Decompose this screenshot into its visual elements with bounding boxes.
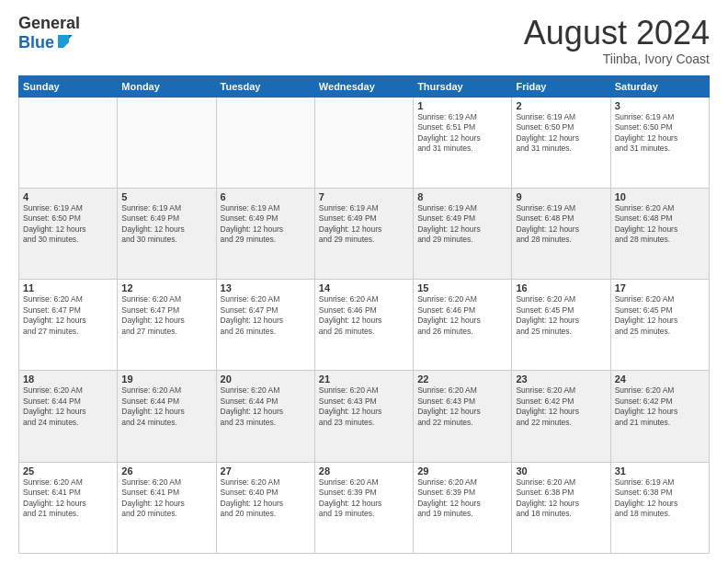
calendar-header-saturday: Saturday: [610, 75, 709, 97]
svg-marker-1: [58, 35, 69, 48]
calendar-cell: 4Sunrise: 6:19 AMSunset: 6:50 PMDaylight…: [19, 188, 118, 279]
day-number: 29: [417, 465, 507, 477]
day-number: 19: [121, 373, 211, 385]
calendar-cell: [216, 97, 314, 188]
calendar-cell: [118, 97, 216, 188]
day-info: Sunrise: 6:20 AMSunset: 6:39 PMDaylight:…: [417, 477, 507, 520]
calendar-header-thursday: Thursday: [414, 75, 512, 97]
logo-text: General Blue: [18, 15, 80, 53]
month-title: August 2024: [524, 15, 710, 52]
calendar-header-wednesday: Wednesday: [314, 75, 413, 97]
day-number: 25: [23, 465, 113, 477]
day-number: 13: [221, 282, 311, 293]
day-info: Sunrise: 6:20 AMSunset: 6:46 PMDaylight:…: [417, 294, 507, 337]
calendar-cell: [19, 97, 118, 188]
day-info: Sunrise: 6:19 AMSunset: 6:49 PMDaylight:…: [121, 203, 211, 246]
calendar-cell: 8Sunrise: 6:19 AMSunset: 6:49 PMDaylight…: [414, 188, 512, 279]
day-info: Sunrise: 6:19 AMSunset: 6:49 PMDaylight:…: [319, 203, 409, 246]
title-section: August 2024 Tiinba, Ivory Coast: [524, 15, 710, 66]
calendar-cell: 19Sunrise: 6:20 AMSunset: 6:44 PMDayligh…: [118, 371, 216, 462]
calendar-cell: 18Sunrise: 6:20 AMSunset: 6:44 PMDayligh…: [19, 371, 118, 462]
calendar-cell: 17Sunrise: 6:20 AMSunset: 6:45 PMDayligh…: [610, 280, 709, 371]
day-info: Sunrise: 6:19 AMSunset: 6:49 PMDaylight:…: [221, 203, 311, 246]
logo: General Blue: [18, 15, 80, 53]
calendar-cell: 25Sunrise: 6:20 AMSunset: 6:41 PMDayligh…: [19, 462, 118, 553]
day-info: Sunrise: 6:19 AMSunset: 6:50 PMDaylight:…: [23, 203, 113, 246]
day-info: Sunrise: 6:20 AMSunset: 6:43 PMDaylight:…: [319, 385, 409, 428]
day-info: Sunrise: 6:20 AMSunset: 6:47 PMDaylight:…: [23, 294, 113, 337]
calendar-cell: 28Sunrise: 6:20 AMSunset: 6:39 PMDayligh…: [314, 462, 413, 553]
day-info: Sunrise: 6:20 AMSunset: 6:39 PMDaylight:…: [319, 477, 409, 520]
calendar-cell: 16Sunrise: 6:20 AMSunset: 6:45 PMDayligh…: [512, 280, 610, 371]
day-number: 24: [615, 373, 705, 385]
calendar-cell: 9Sunrise: 6:19 AMSunset: 6:48 PMDaylight…: [512, 188, 610, 279]
calendar-header-sunday: Sunday: [19, 75, 118, 97]
day-number: 2: [516, 100, 606, 111]
calendar-header-row: SundayMondayTuesdayWednesdayThursdayFrid…: [19, 75, 710, 97]
calendar-cell: 29Sunrise: 6:20 AMSunset: 6:39 PMDayligh…: [414, 462, 512, 553]
calendar-week-row-3: 18Sunrise: 6:20 AMSunset: 6:44 PMDayligh…: [19, 371, 710, 462]
day-number: 7: [319, 191, 409, 202]
day-info: Sunrise: 6:20 AMSunset: 6:47 PMDaylight:…: [221, 294, 311, 337]
day-number: 17: [615, 282, 705, 293]
day-number: 10: [615, 191, 705, 202]
calendar-cell: 27Sunrise: 6:20 AMSunset: 6:40 PMDayligh…: [216, 462, 314, 553]
day-info: Sunrise: 6:20 AMSunset: 6:45 PMDaylight:…: [615, 294, 705, 337]
day-info: Sunrise: 6:20 AMSunset: 6:47 PMDaylight:…: [121, 294, 211, 337]
day-number: 20: [221, 373, 311, 385]
day-number: 21: [319, 373, 409, 385]
day-info: Sunrise: 6:20 AMSunset: 6:41 PMDaylight:…: [121, 477, 211, 520]
day-number: 28: [319, 465, 409, 477]
calendar-cell: 13Sunrise: 6:20 AMSunset: 6:47 PMDayligh…: [216, 280, 314, 371]
day-info: Sunrise: 6:19 AMSunset: 6:50 PMDaylight:…: [615, 112, 705, 155]
day-info: Sunrise: 6:19 AMSunset: 6:51 PMDaylight:…: [417, 112, 507, 155]
calendar-header-monday: Monday: [118, 75, 216, 97]
calendar-week-row-1: 4Sunrise: 6:19 AMSunset: 6:50 PMDaylight…: [19, 188, 710, 279]
calendar-cell: 26Sunrise: 6:20 AMSunset: 6:41 PMDayligh…: [118, 462, 216, 553]
day-number: 31: [615, 465, 705, 477]
day-number: 18: [23, 373, 113, 385]
day-number: 22: [417, 373, 507, 385]
svg-marker-2: [69, 35, 73, 39]
calendar-cell: 20Sunrise: 6:20 AMSunset: 6:44 PMDayligh…: [216, 371, 314, 462]
calendar-cell: 21Sunrise: 6:20 AMSunset: 6:43 PMDayligh…: [314, 371, 413, 462]
calendar-cell: 15Sunrise: 6:20 AMSunset: 6:46 PMDayligh…: [414, 280, 512, 371]
logo-icon: [56, 31, 73, 53]
calendar-cell: 10Sunrise: 6:20 AMSunset: 6:48 PMDayligh…: [610, 188, 709, 279]
day-number: 4: [23, 191, 113, 202]
calendar-week-row-4: 25Sunrise: 6:20 AMSunset: 6:41 PMDayligh…: [19, 462, 710, 553]
calendar-cell: 12Sunrise: 6:20 AMSunset: 6:47 PMDayligh…: [118, 280, 216, 371]
calendar-cell: [314, 97, 413, 188]
calendar-cell: 5Sunrise: 6:19 AMSunset: 6:49 PMDaylight…: [118, 188, 216, 279]
calendar-cell: 7Sunrise: 6:19 AMSunset: 6:49 PMDaylight…: [314, 188, 413, 279]
day-number: 11: [23, 282, 113, 293]
calendar-cell: 1Sunrise: 6:19 AMSunset: 6:51 PMDaylight…: [414, 97, 512, 188]
day-number: 3: [615, 100, 705, 111]
day-info: Sunrise: 6:20 AMSunset: 6:48 PMDaylight:…: [615, 203, 705, 246]
calendar-cell: 6Sunrise: 6:19 AMSunset: 6:49 PMDaylight…: [216, 188, 314, 279]
day-number: 6: [221, 191, 311, 202]
day-number: 26: [121, 465, 211, 477]
day-info: Sunrise: 6:20 AMSunset: 6:44 PMDaylight:…: [23, 385, 113, 428]
page: General Blue August 2024 Tiinba, Ivory C…: [0, 0, 728, 563]
day-info: Sunrise: 6:20 AMSunset: 6:42 PMDaylight:…: [615, 385, 705, 428]
calendar-header-tuesday: Tuesday: [216, 75, 314, 97]
calendar-cell: 3Sunrise: 6:19 AMSunset: 6:50 PMDaylight…: [610, 97, 709, 188]
calendar-cell: 22Sunrise: 6:20 AMSunset: 6:43 PMDayligh…: [414, 371, 512, 462]
day-number: 23: [516, 373, 606, 385]
location: Tiinba, Ivory Coast: [524, 52, 710, 66]
day-info: Sunrise: 6:19 AMSunset: 6:49 PMDaylight:…: [417, 203, 507, 246]
day-info: Sunrise: 6:20 AMSunset: 6:42 PMDaylight:…: [516, 385, 606, 428]
day-number: 8: [417, 191, 507, 202]
day-info: Sunrise: 6:19 AMSunset: 6:38 PMDaylight:…: [615, 477, 705, 520]
day-number: 9: [516, 191, 606, 202]
day-number: 16: [516, 282, 606, 293]
calendar-cell: 11Sunrise: 6:20 AMSunset: 6:47 PMDayligh…: [19, 280, 118, 371]
day-number: 30: [516, 465, 606, 477]
day-info: Sunrise: 6:20 AMSunset: 6:46 PMDaylight:…: [319, 294, 409, 337]
calendar-header-friday: Friday: [512, 75, 610, 97]
day-number: 15: [417, 282, 507, 293]
calendar-cell: 23Sunrise: 6:20 AMSunset: 6:42 PMDayligh…: [512, 371, 610, 462]
day-info: Sunrise: 6:19 AMSunset: 6:50 PMDaylight:…: [516, 112, 606, 155]
day-info: Sunrise: 6:20 AMSunset: 6:44 PMDaylight:…: [121, 385, 211, 428]
